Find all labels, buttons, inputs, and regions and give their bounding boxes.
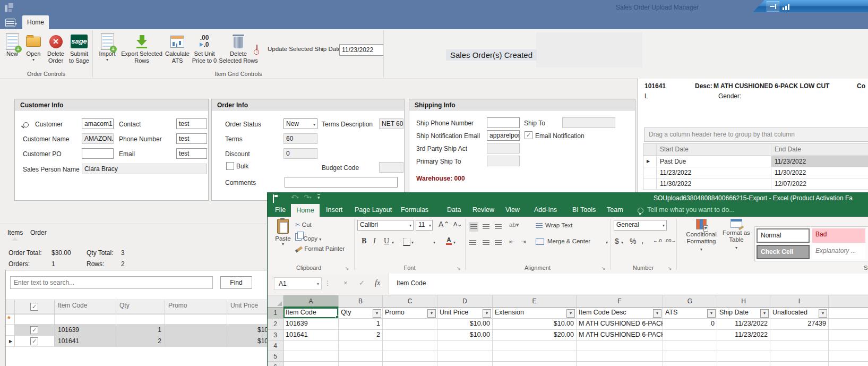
col-header-B[interactable]: B — [339, 295, 383, 308]
cell-H2[interactable]: 11/23/2022 — [717, 319, 770, 330]
email-notification-checkbox[interactable]: ✓ — [525, 131, 532, 139]
orientation-icon[interactable]: ab▾ — [509, 221, 519, 228]
col-promo[interactable]: Promo — [165, 300, 227, 314]
number-format-select[interactable]: General ▾ — [614, 220, 667, 231]
phone-field[interactable]: test — [176, 133, 207, 144]
tab-order[interactable]: Order — [30, 229, 47, 236]
row-checkbox[interactable]: ✓ — [30, 337, 38, 345]
alignment-dialog-launcher-icon[interactable]: ↘ — [601, 266, 606, 271]
format-painter-button[interactable]: Format Painter — [295, 245, 345, 252]
order-status-select[interactable]: New ▾ — [283, 118, 317, 129]
conditional-formatting-button[interactable]: Conditional Formatting ▾ — [684, 219, 718, 252]
cell-I3[interactable] — [770, 330, 829, 341]
cell-F2[interactable]: M ATH CUSHIONED 6-PACK CR — [577, 319, 663, 330]
percent-format-icon[interactable]: % — [630, 237, 636, 245]
decrease-font-icon[interactable]: A⌄ — [453, 221, 462, 228]
customer-search-icon[interactable] — [23, 122, 29, 129]
cell-G2[interactable]: 0 — [663, 319, 717, 330]
cell-D1[interactable]: Unit Price▾ — [437, 308, 493, 319]
paste-button[interactable]: Paste ▾ — [272, 219, 294, 246]
style-bad[interactable]: Bad — [812, 228, 865, 243]
col-header-F[interactable]: F — [577, 295, 663, 308]
excel-tab-data[interactable]: Data — [447, 206, 461, 214]
style-explanatory[interactable]: Explanatory ... — [812, 245, 865, 259]
font-color-icon[interactable]: A — [446, 237, 452, 245]
cancel-icon[interactable]: × — [343, 279, 348, 287]
format-as-table-button[interactable]: Format as Table ▾ — [720, 219, 753, 251]
contact-field[interactable]: test — [176, 118, 207, 129]
cell-I1[interactable]: Unallocated▾ — [770, 308, 829, 319]
filter-icon[interactable]: ▾ — [707, 309, 716, 318]
align-top-icon[interactable] — [469, 222, 478, 232]
dates-row[interactable]: ▶ Past Due 11/23/2022 — [643, 156, 868, 167]
increase-font-icon[interactable]: A⌃ — [439, 220, 450, 228]
align-bottom-icon[interactable] — [495, 223, 502, 231]
insert-function-icon[interactable]: fx — [375, 279, 380, 287]
font-size-select[interactable]: 11 ▾ — [416, 220, 433, 231]
excel-tab-file[interactable]: File — [275, 206, 286, 214]
filter-icon[interactable]: ▾ — [373, 309, 381, 318]
decrease-indent-icon[interactable]: ⇤ — [509, 238, 514, 245]
dates-grid-col-start[interactable]: Start Date — [657, 144, 771, 156]
set-unit-price-zero-button[interactable]: .00.0 Set Unit Price to 0 — [191, 32, 218, 64]
align-middle-icon[interactable] — [483, 223, 489, 231]
filter-icon[interactable]: ▾ — [819, 309, 827, 318]
style-check-cell[interactable]: Check Cell — [757, 245, 810, 259]
cell-C2[interactable] — [383, 319, 437, 330]
clipboard-dialog-launcher-icon[interactable]: ↘ — [345, 266, 349, 271]
excel-tab-page-layout[interactable]: Page Layout — [355, 206, 392, 214]
style-normal[interactable]: Normal — [757, 228, 810, 243]
open-button[interactable]: Open ▾ — [23, 32, 44, 62]
signal-bars-icon[interactable] — [783, 3, 790, 10]
filter-icon[interactable]: ▾ — [566, 309, 575, 318]
email-field[interactable]: test — [176, 148, 207, 159]
bold-button[interactable]: B — [362, 237, 366, 245]
font-dialog-launcher-icon[interactable]: ↘ — [457, 266, 461, 271]
merge-center-button[interactable]: Merge & Center — [547, 238, 590, 244]
dates-row[interactable]: 11/30/2022 12/07/2022 — [643, 178, 868, 190]
excel-tab-team[interactable]: Team — [607, 206, 623, 214]
currency-format-icon[interactable]: $ — [615, 237, 619, 245]
qat-customize-icon[interactable]: ▾ — [317, 194, 320, 200]
cell-E2[interactable]: $10.00 — [493, 319, 577, 330]
col-header-J[interactable] — [829, 295, 868, 308]
name-box[interactable]: A1 ▾ — [274, 277, 322, 290]
cell-E1[interactable]: Extension▾ — [493, 308, 577, 319]
delete-selected-rows-button[interactable]: Delete Selected Rows — [219, 32, 258, 64]
borders-icon[interactable] — [403, 238, 410, 248]
delete-order-button[interactable]: ✕ Delete Order — [45, 32, 67, 64]
filter-icon[interactable]: ▾ — [427, 309, 436, 318]
number-dialog-launcher-icon[interactable]: ↘ — [668, 266, 672, 271]
cell-H1[interactable]: Ship Date▾ — [717, 308, 770, 319]
import-button[interactable]: Import ▾ — [96, 32, 119, 62]
bulk-checkbox[interactable] — [226, 162, 234, 170]
redo-icon[interactable]: ↷ — [304, 193, 310, 201]
underline-button[interactable]: U — [384, 237, 389, 245]
new-button[interactable]: New — [3, 32, 21, 57]
italic-button[interactable]: I — [373, 237, 376, 245]
col-header-E[interactable]: E — [493, 295, 577, 308]
ship-notification-email-field[interactable]: apparelposh — [487, 130, 520, 141]
comma-format-icon[interactable]: , — [641, 236, 643, 245]
cell-E3[interactable]: $20.00 — [493, 330, 577, 341]
cell-F3[interactable]: M ATH CUSHIONED 6-PACK LO — [577, 330, 663, 341]
formula-input[interactable]: Item Code — [389, 274, 868, 294]
excel-tab-addins[interactable]: Add-Ins — [534, 206, 557, 214]
dates-grid-col-end[interactable]: End Date — [771, 144, 868, 156]
dates-row[interactable]: 11/23/2022 11/30/2022 — [643, 167, 868, 178]
filter-icon[interactable]: ▾ — [653, 309, 661, 318]
tab-home[interactable]: Home — [22, 15, 49, 29]
select-all-checkbox[interactable]: ✓ — [30, 303, 38, 311]
ship-phone-field[interactable] — [487, 117, 520, 128]
increase-decimal-icon[interactable]: ←.0 — [653, 238, 662, 243]
dock-pin-icon[interactable] — [767, 1, 779, 12]
find-button[interactable]: Find — [220, 276, 252, 289]
calculate-ats-button[interactable]: Calculate ATS — [164, 32, 191, 64]
app-menu-icon[interactable] — [5, 19, 15, 27]
excel-tab-bitools[interactable]: BI Tools — [572, 206, 596, 214]
excel-tab-review[interactable]: Review — [472, 206, 494, 214]
merge-dropdown-icon[interactable]: ▾ — [606, 240, 608, 245]
excel-tab-home[interactable]: Home — [291, 204, 320, 217]
export-selected-rows-button[interactable]: Export Selected Rows — [121, 32, 162, 64]
app-menu-dropdown-icon[interactable]: ▾ — [15, 21, 17, 26]
